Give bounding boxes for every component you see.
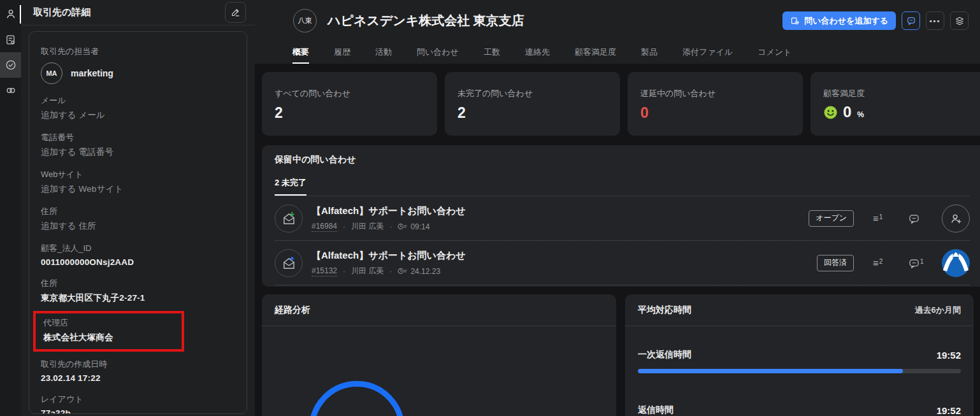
metric-first-reply: 一次返信時間 19:52 — [625, 349, 974, 373]
field-corporate-id: 顧客_法人_ID 0011000000ONsj2AAD — [41, 243, 235, 267]
reply-count[interactable]: 1 — [909, 258, 925, 269]
account-header: 八東 ハピネスデンキ株式会社 東京支店 問い合わせを追加する ••• — [255, 0, 980, 64]
comment-bubble-icon — [909, 258, 919, 269]
page-title: ハピネスデンキ株式会社 東京支店 — [328, 12, 524, 29]
pencil-icon — [230, 7, 241, 18]
avg-response-title: 平均対応時間 — [638, 305, 691, 316]
person-add-icon — [949, 212, 963, 226]
chat-bubble-icon — [906, 16, 916, 26]
metric-label: 一次返信時間 — [638, 349, 691, 361]
ticket-id[interactable]: #15132 — [312, 266, 337, 276]
field-address-empty: 住所 追加する 住所 — [41, 206, 235, 232]
progress-bar — [638, 369, 961, 373]
sidebar-header: 取引先の詳細 — [21, 0, 255, 25]
pending-inquiries-panel: 保留中の問い合わせ 2 未完了 【Alfatech】サポートお問い合わせ #16… — [262, 145, 980, 287]
add-email-link[interactable]: 追加する メール — [41, 110, 235, 121]
metric-value: 19:52 — [937, 405, 961, 416]
meta-separator — [389, 267, 392, 276]
add-address-link[interactable]: 追加する 住所 — [41, 220, 235, 232]
ticket-row[interactable]: 【Alfatech】サポートお問い合わせ #16984 川田 広美 09:14 — [275, 196, 970, 241]
pending-tabbar: 2 未完了 — [275, 176, 970, 196]
rail-item-notes[interactable] — [0, 27, 21, 52]
kpi-value: 2 — [275, 104, 424, 122]
rail-item-tasks[interactable] — [0, 52, 21, 78]
channel-analysis-panel: 経路分析 — [262, 294, 616, 416]
kpi-label: すべての問い合わせ — [275, 88, 424, 99]
kpi-csat: 顧客満足度 0 % — [811, 72, 980, 136]
field-label: 代理店 — [43, 317, 174, 329]
clock-icon — [398, 223, 407, 230]
rail-item-contacts[interactable] — [0, 1, 21, 27]
ticket-subject[interactable]: 【Alfatech】サポートお問い合わせ — [312, 250, 466, 262]
field-label: 電話番号 — [41, 132, 235, 143]
meta-separator — [343, 267, 345, 276]
comment-bubble-icon — [909, 213, 919, 224]
ticket-subject[interactable]: 【Alfatech】サポートお問い合わせ — [312, 205, 466, 217]
field-label: レイアウト — [41, 394, 235, 405]
field-label: 住所 — [41, 206, 235, 217]
tab-comments[interactable]: コメント — [758, 47, 791, 64]
tab-attachments[interactable]: 添付ファイル — [682, 47, 733, 64]
task-count[interactable]: ≡1 — [873, 213, 890, 224]
add-website-link[interactable]: 追加する Webサイト — [41, 183, 235, 195]
list-icon: ≡ — [873, 213, 879, 224]
field-label: 取引先の作成日時 — [41, 359, 235, 370]
task-count[interactable]: ≡2 — [873, 258, 890, 269]
tab-activity[interactable]: 活動 — [375, 47, 392, 64]
kpi-open-inquiries: 未完了の問い合わせ 2 — [445, 72, 620, 136]
meta-separator — [389, 222, 392, 231]
rail-item-links[interactable] — [0, 78, 21, 103]
owner-name: marketing — [71, 68, 113, 78]
pending-open-tab[interactable]: 2 未完了 — [275, 177, 306, 196]
list-icon: ≡ — [873, 258, 879, 269]
account-details-sidebar: 取引先の詳細 取引先の担当者 MA marketing メール 追加する メール… — [21, 0, 255, 416]
tab-csat[interactable]: 顧客満足度 — [575, 47, 616, 64]
account-fields-card: 取引先の担当者 MA marketing メール 追加する メール 電話番号 追… — [29, 31, 247, 414]
field-label: 顧客_法人_ID — [41, 243, 235, 254]
status-badge: オープン — [809, 210, 854, 227]
requester-logo-avatar[interactable] — [942, 249, 970, 277]
metric-value: 19:52 — [937, 350, 961, 361]
link-icon — [4, 84, 17, 97]
metric-label: 返信時間 — [638, 405, 674, 416]
metric-reply: 返信時間 19:52 — [625, 405, 974, 416]
company-logo-icon — [942, 249, 970, 277]
ticket-time: 09:14 — [410, 222, 429, 231]
tab-contacts[interactable]: 連絡先 — [525, 47, 550, 64]
field-label: Webサイト — [41, 169, 235, 180]
kpi-cards-row: すべての問い合わせ 2 未完了の問い合わせ 2 遅延中の問い合わせ 0 顧客満足… — [262, 72, 980, 136]
account-tabs: 概要 履歴 活動 問い合わせ 工数 連絡先 顧客満足度 製品 添付ファイル コメ… — [255, 47, 791, 64]
main-area: 八東 ハピネスデンキ株式会社 東京支店 問い合わせを追加する ••• — [255, 0, 980, 416]
layers-button[interactable] — [950, 11, 969, 30]
ticket-contact: 川田 広美 — [351, 221, 384, 232]
assign-agent-button[interactable] — [942, 204, 970, 233]
owner-avatar: MA — [41, 62, 62, 84]
kpi-value: 0 — [843, 103, 851, 121]
chat-button[interactable] — [902, 11, 920, 30]
analytics-row: 経路分析 平均対応時間 過去6か月間 一次返信時間 19:52 — [262, 294, 980, 416]
tab-inquiries[interactable]: 問い合わせ — [417, 47, 459, 64]
tab-work-hours[interactable]: 工数 — [484, 47, 500, 64]
field-email: メール 追加する メール — [41, 95, 235, 121]
check-circle-icon — [4, 59, 17, 71]
field-value: 0011000000ONsj2AAD — [41, 257, 235, 267]
period-label: 過去6か月間 — [914, 305, 961, 316]
tab-history[interactable]: 履歴 — [334, 47, 350, 64]
clock-icon — [398, 268, 407, 275]
reply-count[interactable] — [909, 213, 925, 224]
tab-products[interactable]: 製品 — [641, 47, 658, 64]
layers-icon — [955, 16, 965, 26]
ticket-id[interactable]: #16984 — [312, 222, 337, 232]
kpi-suffix: % — [857, 110, 864, 119]
add-phone-link[interactable]: 追加する 電話番号 — [41, 147, 235, 158]
channel-donut-chart — [309, 381, 405, 416]
edit-account-button[interactable] — [225, 2, 246, 23]
field-account-owner: 取引先の担当者 MA marketing — [41, 46, 235, 84]
channel-analysis-title: 経路分析 — [275, 305, 310, 316]
add-inquiry-button[interactable]: 問い合わせを追加する — [782, 11, 896, 30]
more-options-button[interactable]: ••• — [926, 11, 944, 30]
tab-overview[interactable]: 概要 — [292, 47, 309, 64]
document-icon — [4, 34, 17, 46]
field-value: 東京都大田区下丸子2-27-1 — [41, 292, 235, 304]
ticket-row[interactable]: 【Alfatech】サポートお問い合わせ #15132 川田 広美 24.12.… — [275, 241, 970, 285]
